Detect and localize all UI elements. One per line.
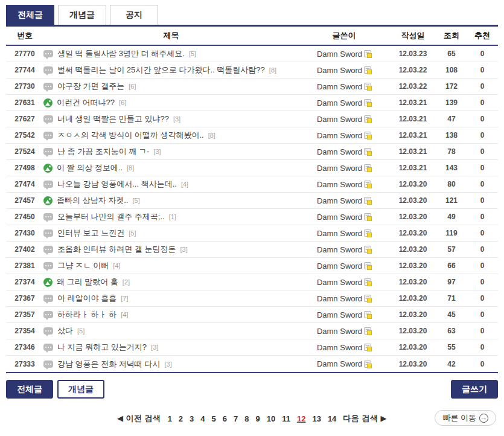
- author-name[interactable]: Damn Sword: [317, 278, 362, 287]
- post-title-link[interactable]: 야구장 가면 갤주는: [57, 81, 124, 92]
- comment-count[interactable]: [3]: [153, 148, 161, 155]
- author-name[interactable]: Damn Sword: [317, 359, 362, 368]
- concept-posts-button[interactable]: 개념글: [57, 380, 104, 399]
- comment-count[interactable]: [3]: [151, 344, 158, 351]
- gallog-icon[interactable]: [364, 295, 371, 302]
- gallog-icon[interactable]: [364, 344, 371, 351]
- tab-all-posts[interactable]: 전체글: [6, 5, 54, 25]
- gallog-icon[interactable]: [364, 361, 371, 368]
- write-button[interactable]: 글쓰기: [451, 380, 498, 399]
- author-name[interactable]: Damn Sword: [317, 261, 362, 271]
- comment-count[interactable]: [3]: [164, 361, 171, 368]
- author-name[interactable]: Damn Sword: [317, 294, 362, 303]
- gallog-icon[interactable]: [364, 181, 371, 188]
- post-author[interactable]: Damn Sword: [299, 294, 389, 303]
- author-name[interactable]: Damn Sword: [317, 245, 362, 254]
- comment-count[interactable]: [8]: [269, 66, 276, 74]
- quick-move-button[interactable]: 빠른 이동 →: [435, 410, 496, 426]
- post-title-link[interactable]: 이런건 어떠냐??: [57, 97, 115, 108]
- page-6[interactable]: 6: [223, 414, 227, 423]
- page-3[interactable]: 3: [190, 414, 194, 423]
- author-name[interactable]: Damn Sword: [317, 82, 362, 91]
- page-2[interactable]: 2: [179, 414, 183, 423]
- post-title-link[interactable]: 왜 그리 말랐어 훔: [57, 277, 118, 287]
- page-7[interactable]: 7: [234, 414, 238, 423]
- post-title-link[interactable]: 하하라ㅏ 하ㅏ 하: [57, 309, 116, 320]
- author-name[interactable]: Damn Sword: [317, 327, 362, 336]
- post-author[interactable]: Damn Sword: [299, 82, 389, 91]
- post-author[interactable]: Damn Sword: [299, 229, 389, 238]
- post-author[interactable]: Damn Sword: [299, 164, 389, 173]
- author-name[interactable]: Damn Sword: [317, 115, 362, 124]
- post-title-link[interactable]: 난 좀 가끔 조지눙이 깨 ㄱ-: [57, 146, 149, 157]
- gallog-icon[interactable]: [364, 197, 371, 204]
- page-8[interactable]: 8: [244, 414, 249, 423]
- gallog-icon[interactable]: [364, 66, 371, 74]
- comment-count[interactable]: [6]: [129, 83, 136, 90]
- author-name[interactable]: Damn Sword: [317, 66, 362, 75]
- post-title-link[interactable]: 그냥 ㅈㄴ 이뻐: [57, 260, 109, 271]
- comment-count[interactable]: [3]: [180, 246, 187, 253]
- gallog-icon[interactable]: [364, 311, 371, 318]
- post-author[interactable]: Damn Sword: [299, 180, 389, 189]
- post-title-link[interactable]: 샀다: [57, 325, 73, 336]
- author-name[interactable]: Damn Sword: [317, 180, 362, 189]
- comment-count[interactable]: [8]: [208, 132, 215, 139]
- post-title-link[interactable]: 이 짤 의상 정보에..: [57, 162, 123, 173]
- post-author[interactable]: Damn Sword: [299, 359, 389, 368]
- post-title-link[interactable]: 조옵화 인터뷰 하려면 갤 눈팅정돈: [57, 244, 176, 255]
- post-title-link[interactable]: 나 지금 뭐하고 있는거지?: [57, 342, 147, 353]
- gallog-icon[interactable]: [364, 99, 371, 106]
- comment-count[interactable]: [8]: [127, 164, 134, 172]
- author-name[interactable]: Damn Sword: [317, 147, 362, 156]
- comment-count[interactable]: [4]: [181, 181, 188, 188]
- page-13[interactable]: 13: [312, 414, 321, 423]
- post-author[interactable]: Damn Sword: [299, 343, 389, 352]
- gallog-icon[interactable]: [364, 213, 371, 220]
- post-title-link[interactable]: 생일 떡 돌릴사람 3명만 더 해주세요.: [57, 48, 185, 59]
- author-name[interactable]: Damn Sword: [317, 310, 362, 319]
- all-posts-button[interactable]: 전체글: [6, 380, 53, 399]
- page-14[interactable]: 14: [328, 414, 336, 423]
- post-author[interactable]: Damn Sword: [299, 245, 389, 254]
- gallog-icon[interactable]: [364, 50, 371, 57]
- page-4[interactable]: 4: [200, 414, 205, 423]
- post-title-link[interactable]: ㅈㅇㅅ의 각색 방식이 어떨까 생각해봤어..: [57, 130, 204, 141]
- next-search-button[interactable]: 다음 검색 ▶: [343, 413, 387, 424]
- author-name[interactable]: Damn Sword: [317, 50, 362, 59]
- author-name[interactable]: Damn Sword: [317, 98, 362, 107]
- comment-count[interactable]: [4]: [121, 311, 128, 318]
- page-9[interactable]: 9: [256, 414, 260, 423]
- post-author[interactable]: Damn Sword: [299, 278, 389, 287]
- comment-count[interactable]: [4]: [113, 262, 120, 269]
- author-name[interactable]: Damn Sword: [317, 131, 362, 140]
- comment-count[interactable]: [2]: [123, 278, 130, 286]
- post-author[interactable]: Damn Sword: [299, 261, 389, 271]
- post-author[interactable]: Damn Sword: [299, 115, 389, 124]
- post-author[interactable]: Damn Sword: [299, 147, 389, 156]
- comment-count[interactable]: [6]: [119, 99, 126, 106]
- page-10[interactable]: 10: [267, 414, 275, 423]
- tab-concept-posts[interactable]: 개념글: [58, 5, 106, 25]
- comment-count[interactable]: [3]: [173, 115, 180, 123]
- gallog-icon[interactable]: [364, 164, 371, 172]
- comment-count[interactable]: [5]: [132, 197, 139, 204]
- gallog-icon[interactable]: [364, 148, 371, 155]
- post-author[interactable]: Damn Sword: [299, 66, 389, 75]
- gallog-icon[interactable]: [364, 132, 371, 139]
- post-title-link[interactable]: 너네 생일 떡짤은 만들고 있냐??: [57, 114, 169, 124]
- prev-search-button[interactable]: ◀ 이전 검색: [117, 413, 161, 424]
- post-author[interactable]: Damn Sword: [299, 327, 389, 336]
- post-title-link[interactable]: 강남 영풍은 전화 저녁때 다시: [57, 359, 160, 370]
- gallog-icon[interactable]: [364, 83, 371, 90]
- page-5[interactable]: 5: [212, 414, 216, 423]
- post-title-link[interactable]: 인터뷰 보고 느낀건: [57, 228, 124, 239]
- comment-count[interactable]: [1]: [169, 213, 176, 220]
- author-name[interactable]: Damn Sword: [317, 229, 362, 238]
- tab-notice[interactable]: 공지: [110, 5, 158, 25]
- comment-count[interactable]: [5]: [77, 327, 85, 335]
- post-author[interactable]: Damn Sword: [299, 131, 389, 140]
- page-12[interactable]: 12: [297, 414, 305, 423]
- post-title-link[interactable]: 벌써 떡돌리는 날이 25시간 앞으로 다가왔다.. 떡돌릴사람??: [57, 65, 265, 75]
- page-1[interactable]: 1: [168, 414, 172, 423]
